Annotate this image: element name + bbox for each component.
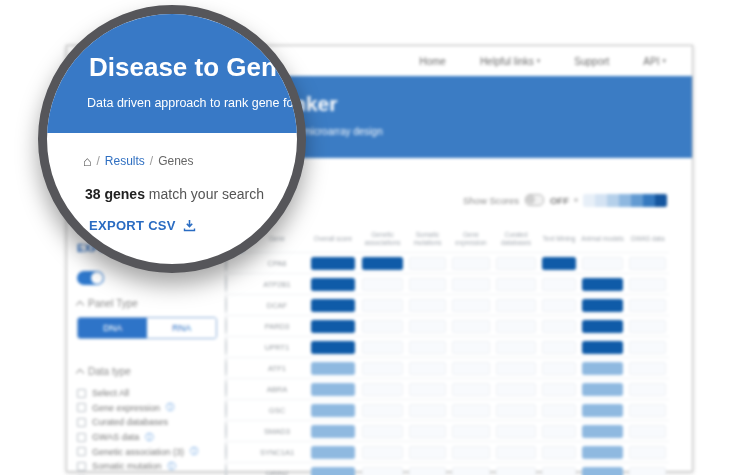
checkbox[interactable] — [77, 403, 86, 412]
score-pill-light — [582, 446, 622, 459]
score-cell — [359, 341, 406, 354]
row-checkbox[interactable] — [225, 442, 227, 461]
info-icon[interactable]: ⓘ — [168, 461, 176, 472]
score-cell — [359, 362, 406, 375]
row-select-cell — [225, 359, 247, 377]
table-row: GRIN2 — [225, 462, 669, 475]
checkbox[interactable] — [77, 462, 86, 471]
score-cell — [359, 425, 406, 438]
data-type-header[interactable]: Data type — [77, 366, 227, 377]
score-cell — [359, 257, 406, 270]
row-select-cell — [225, 464, 247, 475]
score-cell — [449, 383, 493, 396]
score-cell — [626, 467, 669, 475]
score-pill-none — [409, 446, 446, 459]
nav-item-support[interactable]: Support — [574, 56, 609, 67]
nav-item-api[interactable]: API▾ — [643, 56, 666, 67]
gene-name: ATF1 — [247, 364, 307, 373]
col-header: Curated databases — [493, 231, 539, 247]
panel-option-dna[interactable]: DNA — [78, 318, 147, 338]
score-pill-none — [409, 257, 446, 270]
checkbox[interactable] — [77, 418, 86, 427]
score-cell — [539, 383, 579, 396]
gene-name: SMAD3 — [247, 427, 307, 436]
row-checkbox[interactable] — [225, 421, 227, 440]
score-cell — [359, 278, 406, 291]
score-cell — [626, 341, 669, 354]
score-pill-none — [542, 341, 576, 354]
score-cell — [493, 362, 539, 375]
score-pill-dark — [311, 278, 356, 291]
table-body: CPA6ATP2B1DCAFPARD3UPRT1ATF1ABRAGSCSMAD3… — [225, 252, 669, 475]
score-cell — [539, 278, 579, 291]
table-row: SYNC1A1 — [225, 441, 669, 462]
row-checkbox[interactable] — [225, 379, 227, 398]
sidebar-toggle[interactable] — [77, 271, 104, 285]
panel-type-header[interactable]: Panel Type — [77, 298, 227, 309]
download-icon — [183, 219, 196, 232]
filter-item-genetic-association-3-[interactable]: Genetic association (3)ⓘ — [77, 444, 227, 459]
score-pill-none — [629, 425, 666, 438]
score-pill-dark — [582, 278, 622, 291]
filter-item-gwas-data[interactable]: GWAS dataⓘ — [77, 430, 227, 445]
score-pill-none — [362, 467, 402, 475]
score-pill-none — [496, 341, 536, 354]
score-cell — [626, 299, 669, 312]
score-pill-light — [311, 467, 356, 475]
row-select-cell — [225, 380, 247, 398]
score-pill-none — [362, 320, 402, 333]
row-checkbox[interactable] — [225, 316, 227, 335]
show-scores-toggle[interactable] — [525, 194, 544, 206]
score-pill-light — [311, 446, 356, 459]
row-select-cell — [225, 338, 247, 356]
score-pill-none — [496, 404, 536, 417]
filter-item-select-all[interactable]: Select All — [77, 386, 227, 401]
score-pill-none — [582, 257, 622, 270]
row-checkbox[interactable] — [225, 295, 227, 314]
info-icon[interactable]: ⓘ — [190, 446, 198, 457]
col-header: Somatic mutations — [406, 231, 449, 247]
panel-type-switch: DNARNA — [77, 317, 217, 339]
row-select-cell — [225, 296, 247, 314]
nav-item-home[interactable]: Home — [419, 56, 446, 67]
col-header: Text Mining — [539, 235, 579, 243]
legend-color-step — [655, 194, 667, 207]
gene-name: GSC — [247, 406, 307, 415]
row-checkbox[interactable] — [225, 274, 227, 293]
score-cell — [449, 299, 493, 312]
breadcrumb-results-link[interactable]: Results — [105, 154, 145, 168]
panel-option-rna[interactable]: RNA — [147, 318, 216, 338]
col-header: Gene expression — [449, 231, 493, 247]
checkbox[interactable] — [77, 433, 86, 442]
match-rest: match your search — [145, 186, 264, 202]
row-checkbox[interactable] — [225, 358, 227, 377]
checkbox[interactable] — [77, 447, 86, 456]
score-cell — [359, 320, 406, 333]
score-pill-none — [409, 299, 446, 312]
score-pill-none — [542, 383, 576, 396]
row-checkbox[interactable] — [225, 400, 227, 419]
score-cell — [626, 278, 669, 291]
nav-item-helpful-links[interactable]: Helpful links▾ — [480, 56, 540, 67]
filter-item-somatic-mutation[interactable]: Somatic mutationⓘ — [77, 459, 227, 474]
filter-item-gene-expression[interactable]: Gene expressionⓘ — [77, 401, 227, 416]
table-row: GSC — [225, 399, 669, 420]
checkbox[interactable] — [77, 389, 86, 398]
score-pill-none — [496, 257, 536, 270]
nav-item-label: Home — [419, 56, 446, 67]
row-checkbox[interactable] — [225, 337, 227, 356]
score-pill-none — [629, 467, 666, 475]
score-legend — [574, 194, 667, 207]
export-csv-button[interactable]: EXPORT CSV — [89, 218, 196, 233]
info-icon[interactable]: ⓘ — [145, 432, 153, 443]
score-pill-none — [362, 404, 402, 417]
score-cell — [493, 404, 539, 417]
info-icon[interactable]: ⓘ — [166, 402, 174, 413]
row-checkbox[interactable] — [225, 463, 227, 475]
score-cell — [539, 299, 579, 312]
filter-label: Curated databases — [92, 417, 168, 427]
score-pill-dark — [362, 257, 402, 270]
filter-item-curated-databases[interactable]: Curated databases — [77, 415, 227, 430]
legend-color-step — [583, 194, 595, 207]
home-icon[interactable]: ⌂ — [83, 154, 91, 168]
